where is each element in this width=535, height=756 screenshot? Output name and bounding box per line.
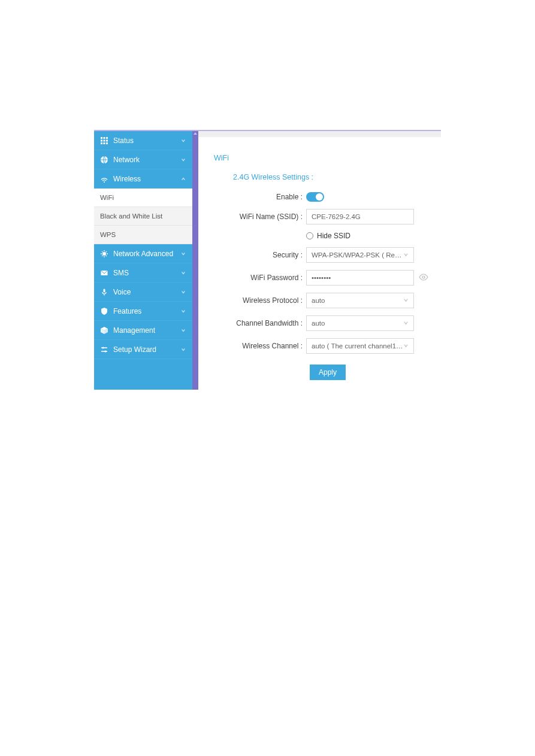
svg-point-20 xyxy=(105,350,107,352)
chevron-down-icon xyxy=(180,347,186,353)
mail-icon xyxy=(100,269,108,277)
sidebar-item-status[interactable]: Status xyxy=(94,131,192,150)
chevron-down-icon xyxy=(180,157,186,163)
svg-rect-6 xyxy=(101,142,102,144)
sidebar-item-label: Network Advanced xyxy=(113,250,180,258)
protocol-label: Wireless Protocol : xyxy=(198,296,306,305)
ssid-input[interactable] xyxy=(306,209,414,224)
ssid-label: WiFi Name (SSID) : xyxy=(198,212,306,221)
sidebar-item-label: Status xyxy=(113,136,180,145)
svg-rect-2 xyxy=(106,137,108,139)
chevron-down-icon xyxy=(403,342,409,350)
sidebar-item-voice[interactable]: Voice xyxy=(94,283,192,302)
sidebar-item-wireless[interactable]: Wireless xyxy=(94,169,192,189)
chevron-down-icon xyxy=(180,289,186,295)
channel-select[interactable]: auto ( The current channel12 ) xyxy=(306,338,414,354)
sidebar-item-label: Management xyxy=(113,326,180,335)
sidebar-item-network[interactable]: Network xyxy=(94,150,192,169)
security-select[interactable]: WPA-PSK/WPA2-PSK ( Recommend xyxy=(306,247,414,263)
enable-toggle[interactable] xyxy=(306,192,324,202)
hide-ssid-label: Hide SSID xyxy=(317,232,350,240)
wifi-icon xyxy=(100,175,108,183)
svg-rect-3 xyxy=(101,139,102,141)
app-window: Status Network Wireless WiFi Black and W… xyxy=(94,130,441,390)
security-value: WPA-PSK/WPA2-PSK ( Recommend xyxy=(312,251,403,259)
sidebar-item-label: Features xyxy=(113,307,180,315)
eye-icon[interactable] xyxy=(419,274,428,283)
page-title: WiFi xyxy=(214,154,441,162)
svg-rect-13 xyxy=(104,289,105,292)
sliders-icon xyxy=(100,345,108,354)
scroll-up-icon xyxy=(194,132,197,135)
cube-icon xyxy=(100,326,108,335)
svg-rect-0 xyxy=(101,137,102,139)
svg-point-10 xyxy=(104,181,105,183)
svg-point-19 xyxy=(102,347,104,348)
grid-icon xyxy=(100,136,108,145)
sidebar-subitem-blackwhite[interactable]: Black and White List xyxy=(94,207,192,226)
bandwidth-label: Channel Bandwidth : xyxy=(198,319,306,327)
bandwidth-select[interactable]: auto xyxy=(306,315,414,331)
chevron-down-icon xyxy=(180,251,186,257)
sidebar: Status Network Wireless WiFi Black and W… xyxy=(94,131,192,390)
channel-value: auto ( The current channel12 ) xyxy=(312,342,403,350)
globe-icon xyxy=(100,156,108,164)
content-panel: WiFi 2.4G Wireless Settings : Enable : W… xyxy=(198,131,441,390)
sidebar-item-label: SMS xyxy=(113,269,180,277)
sidebar-item-label: Setup Wizard xyxy=(113,345,180,354)
chevron-down-icon xyxy=(180,138,186,144)
svg-rect-7 xyxy=(104,142,105,144)
password-input[interactable] xyxy=(306,270,414,286)
password-label: WiFi Password : xyxy=(198,274,306,282)
svg-rect-4 xyxy=(104,139,105,141)
chevron-down-icon xyxy=(180,308,186,314)
chevron-up-icon xyxy=(180,176,186,182)
bandwidth-value: auto xyxy=(312,320,403,327)
sidebar-subitem-wps[interactable]: WPS xyxy=(94,226,192,244)
chevron-down-icon xyxy=(403,297,409,304)
chevron-down-icon xyxy=(180,270,186,276)
chevron-down-icon xyxy=(180,327,186,333)
sidebar-item-label: Wireless xyxy=(113,175,180,183)
mic-icon xyxy=(100,288,108,296)
sidebar-item-sms[interactable]: SMS xyxy=(94,263,192,283)
scrollbar[interactable] xyxy=(192,131,198,390)
sidebar-item-label: Network xyxy=(113,156,180,164)
hide-ssid-radio[interactable] xyxy=(306,232,313,239)
wireless-submenu: WiFi Black and White List WPS xyxy=(94,189,192,244)
sidebar-item-label: Voice xyxy=(113,288,180,296)
enable-label: Enable : xyxy=(198,193,306,201)
svg-point-11 xyxy=(102,252,106,256)
sidebar-item-network-advanced[interactable]: Network Advanced xyxy=(94,244,192,263)
apply-button[interactable]: Apply xyxy=(310,365,346,380)
section-title: 2.4G Wireless Settings : xyxy=(233,173,441,181)
svg-rect-8 xyxy=(106,142,108,144)
shield-icon xyxy=(100,307,108,315)
svg-rect-1 xyxy=(104,137,105,139)
content-header-strip xyxy=(198,131,441,137)
channel-label: Wireless Channel : xyxy=(198,342,306,350)
svg-point-21 xyxy=(422,276,425,278)
svg-rect-5 xyxy=(106,139,108,141)
sidebar-subitem-wifi[interactable]: WiFi xyxy=(94,189,192,207)
sidebar-item-features[interactable]: Features xyxy=(94,302,192,321)
chevron-down-icon xyxy=(403,320,409,327)
sidebar-item-management[interactable]: Management xyxy=(94,321,192,340)
gear-icon xyxy=(100,250,108,258)
protocol-select[interactable]: auto xyxy=(306,293,414,308)
chevron-down-icon xyxy=(403,251,409,259)
protocol-value: auto xyxy=(312,297,403,304)
security-label: Security : xyxy=(198,251,306,259)
sidebar-item-setup-wizard[interactable]: Setup Wizard xyxy=(94,340,192,359)
